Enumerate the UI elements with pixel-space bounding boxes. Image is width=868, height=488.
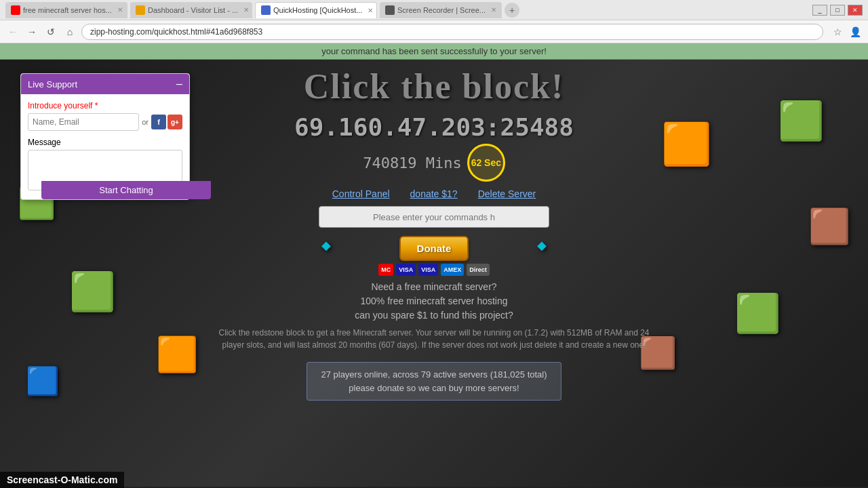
tab-close-dashboard[interactable]: ✕ <box>243 6 249 14</box>
time-circle: 62 Sec <box>467 144 505 182</box>
tab-yt[interactable]: free minecraft server hos... ✕ <box>5 2 127 18</box>
delete-server-link[interactable]: Delete Server <box>478 188 536 199</box>
back-button[interactable]: ← <box>5 24 20 39</box>
description-text: Need a free minecraft server? 100% free … <box>355 280 513 323</box>
window-controls: _ □ ✕ <box>812 5 863 16</box>
tab-label-dashboard: Dashboard - Visitor List - ... <box>148 6 238 14</box>
notification-message: your command has been sent successfully … <box>321 46 547 56</box>
tab-quickhost[interactable]: QuickHosting [QuickHost... ✕ <box>255 2 377 18</box>
stats-line2: please donate so we can buy more servers… <box>321 382 547 395</box>
server-ip: 69.160.47.203:25488 <box>294 113 574 141</box>
server-time: 740819 Mins 62 Sec <box>363 144 505 182</box>
browser-titlebar: free minecraft server hos... ✕ Dashboard… <box>0 0 868 20</box>
tab-favicon-dashboard <box>136 5 145 15</box>
or-text: or <box>142 118 149 126</box>
star-icon[interactable]: ☆ <box>830 24 845 39</box>
address-bar[interactable] <box>81 24 823 40</box>
tab-dashboard[interactable]: Dashboard - Visitor List - ... ✕ <box>130 2 252 18</box>
googleplus-icon[interactable]: g+ <box>167 115 182 129</box>
forward-button[interactable]: → <box>24 24 39 39</box>
description-text2: Click the redstone block to get a free M… <box>210 327 658 351</box>
server-time-text: 740819 Mins <box>363 155 462 171</box>
page-title: Click the block! <box>304 66 564 106</box>
payment-visa2: VISA <box>418 264 438 276</box>
screencast-watermark: Screencast-O-Matic.com <box>0 472 124 488</box>
payment-amex: AMEX <box>441 264 464 276</box>
introduce-label: Introduce yourself * <box>28 101 182 110</box>
home-button[interactable]: ⌂ <box>62 24 77 39</box>
action-links: Control Panel donate $1? Delete Server <box>332 188 536 199</box>
payment-direct: Direct <box>467 264 490 276</box>
close-button[interactable]: ✕ <box>848 5 863 16</box>
social-icons: f g+ <box>151 115 182 129</box>
minimize-button[interactable]: _ <box>812 5 827 16</box>
start-chatting-button[interactable]: Start Chatting <box>41 181 211 199</box>
desc3: can you spare $1 to fund this project? <box>355 308 513 323</box>
tab-close-quickhost[interactable]: ✕ <box>368 7 373 14</box>
introduce-input[interactable] <box>28 113 139 131</box>
notification-bar: your command has been sent successfully … <box>0 43 868 60</box>
facebook-icon[interactable]: f <box>151 115 166 129</box>
browser-chrome: free minecraft server hos... ✕ Dashboard… <box>0 0 868 43</box>
maximize-button[interactable]: □ <box>830 5 845 16</box>
tab-favicon-quickhost <box>261 5 271 15</box>
desc2: 100% free minecraft server hosting <box>355 294 513 308</box>
tab-label-screencast: Screen Recorder | Scree... <box>397 6 486 14</box>
message-label: Message <box>28 138 182 147</box>
tab-favicon-yt <box>11 5 20 15</box>
payment-mc: MC <box>378 264 393 276</box>
donate-button[interactable]: Donate <box>399 236 469 261</box>
page-content: 🟫 🟩 🟫 🟩 🟧 🟦 🟩 🟫 🟧 🟩 🟫 ◆ ◆ Click the bloc… <box>0 60 868 487</box>
person-icon[interactable]: 👤 <box>848 24 863 39</box>
browser-toolbar: ← → ↺ ⌂ ☆ 👤 <box>0 20 868 43</box>
tab-close-yt[interactable]: ✕ <box>117 6 123 14</box>
payment-visa1: VISA <box>396 264 416 276</box>
stats-box: 27 players online, across 79 active serv… <box>307 362 561 401</box>
command-input[interactable] <box>319 206 549 228</box>
payment-icons: MC VISA VISA AMEX Direct <box>378 264 490 276</box>
server-sec: 62 Sec <box>471 157 501 168</box>
desc1: Need a free minecraft server? <box>355 280 513 294</box>
stats-line1: 27 players online, across 79 active serv… <box>321 368 547 382</box>
live-support-minimize[interactable]: – <box>176 78 182 90</box>
tab-label-quickhost: QuickHosting [QuickHost... <box>273 6 362 14</box>
toolbar-icons: ☆ 👤 <box>830 24 863 39</box>
introduce-row: or f g+ <box>28 113 182 131</box>
new-tab-button[interactable]: + <box>505 3 519 18</box>
refresh-button[interactable]: ↺ <box>43 24 58 39</box>
tab-close-screencast[interactable]: ✕ <box>491 6 496 14</box>
donate-link[interactable]: donate $1? <box>410 188 458 199</box>
live-support-widget: Live Support – Introduce yourself * or f… <box>20 73 190 200</box>
tab-screencast[interactable]: Screen Recorder | Scree... ✕ <box>380 2 502 18</box>
watermark-text: Screencast-O-Matic.com <box>7 474 117 485</box>
live-support-header: Live Support – <box>21 74 189 94</box>
tab-favicon-screencast <box>385 5 395 15</box>
live-support-title: Live Support <box>28 79 77 89</box>
tab-label-yt: free minecraft server hos... <box>23 6 112 14</box>
control-panel-link[interactable]: Control Panel <box>332 188 390 199</box>
